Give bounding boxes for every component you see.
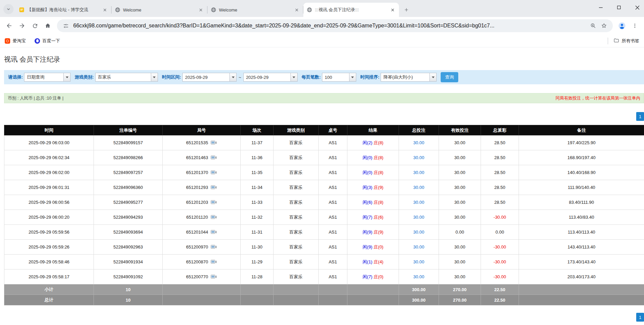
- total-bet-link[interactable]: 30.00: [413, 200, 424, 205]
- result-player: 闲(9): [363, 244, 373, 250]
- total-bet-link[interactable]: 30.00: [413, 230, 424, 235]
- reload-button[interactable]: [28, 19, 41, 32]
- forward-button[interactable]: [16, 19, 28, 32]
- cell-session: 11-31: [241, 225, 274, 240]
- sort-order-combobox[interactable]: 降幂(由大到小): [381, 73, 437, 82]
- filter-bar: 请选择: 日期查询 游戏类别: 百家乐 时间区间: 2025-09-29 ~ 2…: [4, 70, 644, 84]
- close-button[interactable]: [634, 4, 641, 11]
- cell-time: 2025-09-29 06:02:34: [4, 150, 94, 165]
- round-video-icon[interactable]: [210, 230, 217, 235]
- bookmark-taobao[interactable]: 爱淘宝: [5, 38, 26, 44]
- all-bookmarks-label: 所有书签: [622, 38, 639, 44]
- bookmark-baidu[interactable]: 百度一下: [35, 38, 60, 44]
- chevron-down-icon[interactable]: [429, 73, 436, 81]
- tab-search-button[interactable]: [3, 4, 14, 14]
- table-body: 2025-09-29 06:03:00 522849099157 6512015…: [4, 135, 644, 284]
- cell-table: AS1: [319, 165, 347, 180]
- filter-sort-label: 时间排序:: [360, 74, 379, 80]
- total-bet-link[interactable]: 30.00: [413, 185, 424, 190]
- tab-welcome-1[interactable]: Welcome: [112, 3, 207, 17]
- chevron-down-icon[interactable]: [229, 73, 236, 81]
- minimize-button[interactable]: [597, 4, 604, 11]
- home-button[interactable]: [41, 19, 54, 32]
- cell-total-bet: 30.00: [399, 240, 439, 255]
- tab-bet-records[interactable]: :::视讯 会员下注纪录:::: [303, 3, 399, 17]
- maximize-button[interactable]: [616, 4, 622, 11]
- subtotal-row: 小计 10 300.00 270.00 22.50: [4, 284, 644, 295]
- total-bet-link[interactable]: 30.00: [413, 215, 424, 220]
- site-info-icon[interactable]: [62, 22, 70, 30]
- profile-button[interactable]: [616, 19, 628, 32]
- round-video-icon[interactable]: [210, 200, 217, 205]
- cell-round: 651201293: [163, 180, 241, 195]
- header-session: 场次: [241, 125, 274, 135]
- page-size-value: 100: [322, 73, 349, 81]
- date-start-picker[interactable]: 2025-09-29: [182, 73, 237, 82]
- chevron-down-icon[interactable]: [151, 73, 158, 81]
- table-row: 2025-09-29 06:02:34 522849098266 6512014…: [4, 150, 644, 165]
- date-start-value: 2025-09-29: [183, 73, 229, 81]
- total-bet-link[interactable]: 30.00: [413, 244, 424, 250]
- search-button[interactable]: 查询: [441, 72, 458, 82]
- total-bet-link[interactable]: 30.00: [413, 140, 424, 145]
- page-size-combobox[interactable]: 100: [322, 73, 356, 82]
- cell-time: 2025-09-29 06:00:56: [4, 195, 94, 210]
- total-bet-link[interactable]: 30.00: [413, 155, 424, 160]
- total-bet-link[interactable]: 30.00: [413, 170, 424, 175]
- tab-forum[interactable]: 【新提醒】海燕论坛 - 博学交流: [16, 3, 111, 17]
- total-row: 总计 10 300.00 270.00 22.50: [4, 295, 644, 305]
- page-1-button[interactable]: 1: [636, 112, 644, 121]
- back-button[interactable]: [3, 19, 16, 32]
- round-video-icon[interactable]: [210, 170, 217, 175]
- cell-valid-bet: 30.00: [439, 180, 481, 195]
- cell-table: AS1: [319, 255, 347, 269]
- cell-round: 651201535: [163, 135, 241, 150]
- tab-close-icon[interactable]: [102, 7, 108, 13]
- new-tab-button[interactable]: [402, 5, 411, 15]
- cell-total-bet: 30.00: [399, 210, 439, 225]
- tab-welcome-2[interactable]: Welcome: [207, 3, 303, 17]
- zoom-icon[interactable]: [589, 22, 597, 30]
- date-end-picker[interactable]: 2025-09-29: [243, 73, 298, 82]
- round-video-icon[interactable]: [210, 244, 217, 250]
- bookmark-star-icon[interactable]: [600, 22, 608, 30]
- address-bar[interactable]: 66cxkj98.com/game/betrecord_search/kind3…: [57, 19, 613, 32]
- tab-close-icon[interactable]: [294, 7, 300, 13]
- header-payout: 总派彩: [481, 125, 519, 135]
- total-bet-link[interactable]: 30.00: [413, 259, 424, 264]
- round-video-icon[interactable]: [210, 259, 217, 264]
- cell-session: 11-37: [241, 135, 274, 150]
- subtotal-valid-bet: 270.00: [439, 284, 481, 295]
- table-row: 2025-09-29 06:00:56 522849095277 6512012…: [4, 195, 644, 210]
- game-type-combobox[interactable]: 百家乐: [95, 73, 158, 82]
- round-video-icon[interactable]: [210, 140, 217, 145]
- chevron-down-icon[interactable]: [349, 73, 356, 81]
- page-1-button[interactable]: 1: [636, 313, 644, 322]
- header-bet-no: 注单编号: [94, 125, 163, 135]
- cell-session: 11-29: [241, 255, 274, 269]
- total-bet-link[interactable]: 30.00: [413, 274, 424, 279]
- cell-payout: 0.00: [481, 225, 519, 240]
- round-video-icon[interactable]: [210, 274, 217, 279]
- round-video-icon[interactable]: [210, 215, 217, 220]
- table-row: 2025-09-29 06:03:00 522849099157 6512015…: [4, 135, 644, 150]
- cell-table: AS1: [319, 195, 347, 210]
- cell-payout: -30.00: [481, 269, 519, 284]
- all-bookmarks-button[interactable]: 所有书签: [613, 38, 639, 44]
- subtotal-label: 小计: [4, 284, 94, 295]
- table-row: 2025-09-29 06:01:31 522849096360 6512012…: [4, 180, 644, 195]
- cell-result: 闲(1) 庄(4): [347, 255, 399, 269]
- cell-total-bet: 30.00: [399, 180, 439, 195]
- tab-close-icon[interactable]: [389, 7, 396, 13]
- chevron-down-icon[interactable]: [290, 73, 297, 81]
- chevron-down-icon[interactable]: [63, 73, 70, 81]
- menu-kebab-icon[interactable]: [628, 19, 641, 32]
- cell-time: 2025-09-29 06:02:00: [4, 165, 94, 180]
- round-video-icon[interactable]: [210, 155, 217, 160]
- query-type-combobox[interactable]: 日期查询: [24, 73, 71, 82]
- round-video-icon[interactable]: [210, 185, 217, 190]
- cell-game-type: 百家乐: [274, 180, 319, 195]
- cell-session: 11-28: [241, 269, 274, 284]
- sort-order-value: 降幂(由大到小): [381, 73, 429, 81]
- tab-close-icon[interactable]: [198, 7, 204, 13]
